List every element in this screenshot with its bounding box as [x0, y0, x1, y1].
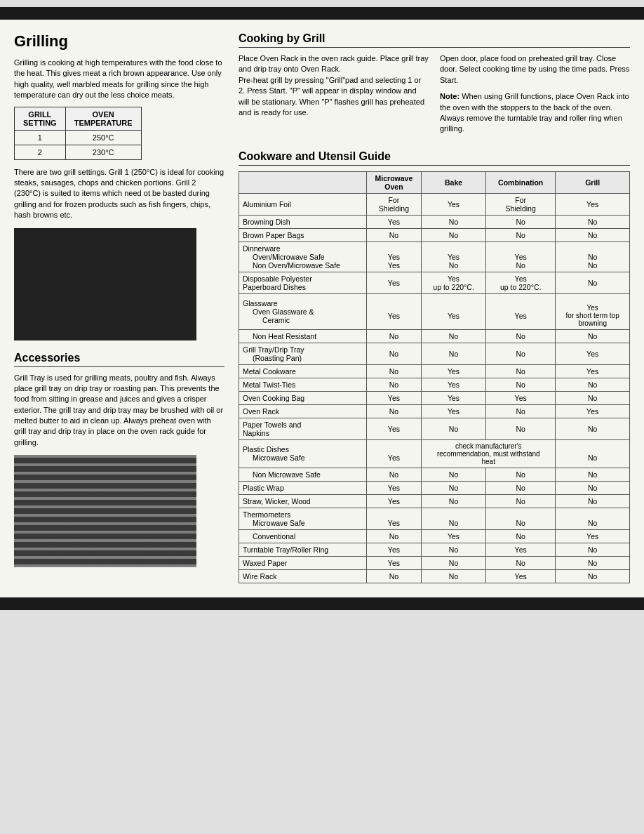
combination-val: Yes — [485, 391, 555, 404]
grill-val: No — [556, 569, 630, 583]
table-row: Conventional No Yes No Yes — [239, 529, 630, 543]
grill-val: No — [556, 329, 630, 343]
table-row: Turntable Tray/Roller Ring Yes No Yes No — [239, 543, 630, 556]
item-name: Aluminium Foil — [239, 193, 367, 215]
table-row: Browning Dish Yes No No No — [239, 215, 630, 228]
bake-val: Yes — [422, 391, 486, 404]
cookware-title: Cookware and Utensil Guide — [239, 150, 630, 166]
grill-description: There are two grill settings. Grill 1 (2… — [14, 167, 224, 221]
table-row: 1 250°C — [15, 130, 142, 145]
grill-val: No — [556, 391, 630, 404]
table-row: 2 230°C — [15, 145, 142, 159]
bake-val: Yes — [422, 364, 486, 378]
microwave-val: Yes — [366, 391, 421, 404]
grill-val: No — [556, 272, 630, 293]
table-row: Aluminium Foil ForShielding Yes ForShiel… — [239, 193, 630, 215]
grill-val: No — [556, 556, 630, 569]
table-row: Plastic DishesMicrowave Safe Yes check m… — [239, 439, 630, 468]
col-header-combination: Combination — [485, 171, 555, 193]
table-row: Non Heat Resistant No No No No — [239, 329, 630, 343]
content: Grilling Grilling is cooking at high tem… — [0, 20, 644, 590]
table-row: Waxed Paper Yes No No No — [239, 556, 630, 569]
table-row: Non Microwave Safe No No No No — [239, 468, 630, 481]
item-name: Metal Cookware — [239, 364, 367, 378]
combination-val: No — [485, 508, 555, 529]
bake-val: No — [422, 329, 486, 343]
oven-temp-header: OVENTEMPERATURE — [65, 107, 141, 130]
table-row: ThermometersMicrowave Safe Yes No No No — [239, 508, 630, 529]
table-row: Metal Cookware No Yes No Yes — [239, 364, 630, 378]
microwave-val: No — [366, 364, 421, 378]
table-row: Paper Towels andNapkins Yes No No No — [239, 418, 630, 439]
table-row: Oven Rack No Yes No Yes — [239, 404, 630, 418]
bake-val: Yes — [422, 193, 486, 215]
bake-val: No — [422, 543, 486, 556]
item-name: Disposable PolyesterPaperboard Dishes — [239, 272, 367, 293]
cookware-table: MicrowaveOven Bake Combination Grill Alu… — [239, 171, 630, 583]
bake-val: No — [422, 508, 486, 529]
bake-val: Yes — [422, 293, 486, 329]
item-name-non-heat: Non Heat Resistant — [239, 329, 367, 343]
item-name: Oven Cooking Bag — [239, 391, 367, 404]
bake-val: Yesup to 220°C. — [422, 272, 486, 293]
note-label: Note: — [440, 92, 459, 100]
item-name: Turntable Tray/Roller Ring — [239, 543, 367, 556]
combination-val: No — [485, 468, 555, 481]
combination-val: YesNo — [485, 241, 555, 272]
combination-val: Yes — [485, 569, 555, 583]
bake-val: No — [422, 569, 486, 583]
microwave-val: Yes — [366, 508, 421, 529]
table-row: Brown Paper Bags No No No No — [239, 228, 630, 241]
grill-setting-2: 2 — [15, 145, 66, 159]
grill-val: No — [556, 508, 630, 529]
grill-val: No — [556, 468, 630, 481]
grill-setting-1: 1 — [15, 130, 66, 145]
table-row: Wire Rack No No Yes No — [239, 569, 630, 583]
table-row: Disposable PolyesterPaperboard Dishes Ye… — [239, 272, 630, 293]
grill-val: No — [556, 494, 630, 508]
bake-val: No — [422, 481, 486, 494]
microwave-val: No — [366, 569, 421, 583]
item-name: Brown Paper Bags — [239, 228, 367, 241]
bake-val: Yes — [422, 529, 486, 543]
microwave-val: Yes — [366, 556, 421, 569]
combination-val: No — [485, 215, 555, 228]
accessories-text: Grill Tray is used for grilling meats, p… — [14, 373, 224, 449]
item-name: Conventional — [239, 529, 367, 543]
top-bar — [0, 7, 644, 20]
cooking-text-left: Place Oven Rack in the oven rack guide. … — [239, 53, 429, 140]
item-name: GlasswareOven Glassware &Ceramic — [239, 293, 367, 329]
bake-val: Yes — [422, 378, 486, 391]
microwave-val: No — [366, 343, 421, 364]
microwave-val: No — [366, 468, 421, 481]
accessories-section: Accessories Grill Tray is used for grill… — [14, 352, 224, 568]
cooking-right-text: Open door, place food on preheated grill… — [440, 53, 630, 86]
grill-val: Yesfor short term topbrowning — [556, 293, 630, 329]
table-row: DinnerwareOven/Microwave SafeNon Oven/Mi… — [239, 241, 630, 272]
microwave-val: No — [366, 228, 421, 241]
cooking-by-grill-section: Cooking by Grill Place Oven Rack in the … — [239, 32, 630, 140]
item-name: Grill Tray/Drip Tray(Roasting Pan) — [239, 343, 367, 364]
table-row: GlasswareOven Glassware &Ceramic Yes Yes… — [239, 293, 630, 329]
microwave-val: No — [366, 378, 421, 391]
col-header-bake: Bake — [422, 171, 486, 193]
bake-val: No — [422, 418, 486, 439]
grill-val: Yes — [556, 364, 630, 378]
grill-val: No — [556, 439, 630, 468]
grill-val: Yes — [556, 343, 630, 364]
item-name-paper-towels: Paper Towels andNapkins — [239, 418, 367, 439]
item-name: ThermometersMicrowave Safe — [239, 508, 367, 529]
grill-image-2 — [14, 455, 196, 567]
microwave-val: Yes — [366, 439, 421, 468]
microwave-val: Yes — [366, 272, 421, 293]
item-name: Wire Rack — [239, 569, 367, 583]
item-name: Oven Rack — [239, 404, 367, 418]
col-header-grill: Grill — [556, 171, 630, 193]
microwave-val: Yes — [366, 293, 421, 329]
right-column: Cooking by Grill Place Oven Rack in the … — [239, 32, 630, 583]
cooking-text-right: Open door, place food on preheated grill… — [440, 53, 630, 140]
combination-val: No — [485, 529, 555, 543]
bottom-bar — [0, 597, 644, 610]
grill-setting-header: GRILLSETTING — [15, 107, 66, 130]
table-row: Oven Cooking Bag Yes Yes Yes No — [239, 391, 630, 404]
